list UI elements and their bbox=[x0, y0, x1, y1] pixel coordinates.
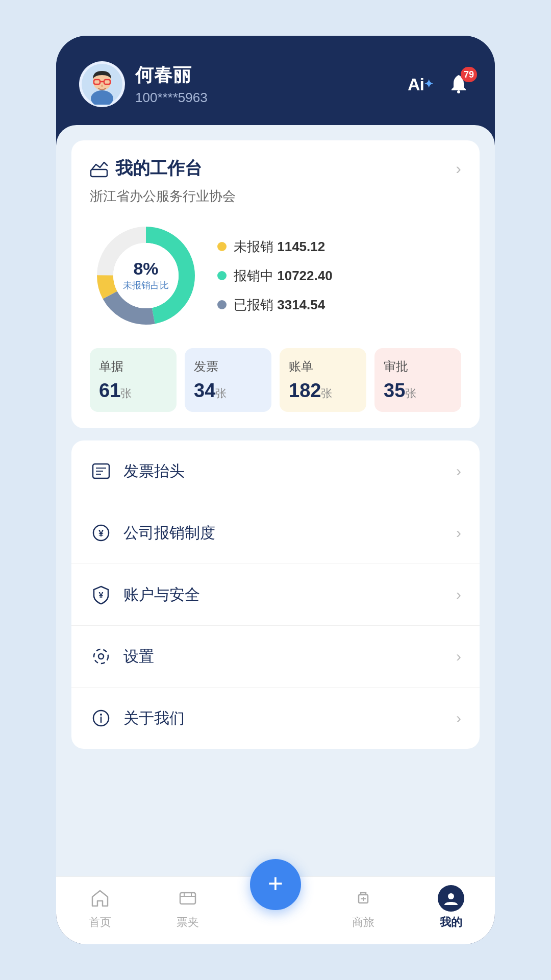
bottom-nav: 首页 票夹 bbox=[56, 876, 495, 944]
home-icon bbox=[87, 885, 113, 912]
legend-dot-gray bbox=[217, 300, 227, 309]
stat-card-approvals[interactable]: 审批 35张 bbox=[374, 348, 461, 412]
settings-chevron-icon: › bbox=[456, 648, 461, 665]
stat-value-orders: 61张 bbox=[99, 380, 167, 402]
ai-button[interactable]: Ai✦ bbox=[408, 75, 433, 94]
policy-icon: ¥ bbox=[90, 522, 112, 544]
svg-point-22 bbox=[94, 649, 108, 664]
header: 何春丽 100****5963 Ai✦ 79 bbox=[56, 36, 495, 125]
header-right: Ai✦ 79 bbox=[408, 71, 472, 97]
legend-item-unreimbursed: 未报销 1145.12 bbox=[217, 238, 333, 256]
menu-text-policy: 公司报销制度 bbox=[123, 523, 215, 544]
workbench-chevron[interactable]: › bbox=[456, 159, 461, 178]
menu-text-security: 账户与安全 bbox=[123, 584, 200, 605]
user-id: 100****5963 bbox=[135, 90, 208, 106]
menu-item-account-security[interactable]: ¥ 账户与安全 › bbox=[71, 564, 480, 626]
user-name: 何春丽 bbox=[135, 63, 208, 88]
stat-card-invoices[interactable]: 发票 34张 bbox=[185, 348, 271, 412]
notification-bell[interactable]: 79 bbox=[445, 71, 472, 97]
nav-item-tickets[interactable]: 票夹 bbox=[144, 885, 232, 930]
menu-text-settings: 设置 bbox=[123, 646, 154, 667]
nav-item-mine[interactable]: 我的 bbox=[407, 885, 495, 930]
chart-area: 8% 未报销占比 未报销 1145.12 报销中 10722.40 bbox=[90, 219, 461, 332]
legend-item-reimbursing: 报销中 10722.40 bbox=[217, 267, 333, 285]
workbench-card: 我的工作台 › 浙江省办公服务行业协会 bbox=[71, 140, 480, 428]
svg-point-7 bbox=[457, 90, 460, 93]
about-icon bbox=[90, 707, 112, 729]
settings-icon bbox=[90, 645, 112, 668]
donut-chart: 8% 未报销占比 bbox=[90, 219, 202, 332]
nav-item-home[interactable]: 首页 bbox=[56, 885, 144, 930]
svg-text:¥: ¥ bbox=[98, 528, 104, 538]
travel-icon bbox=[350, 885, 377, 912]
security-icon: ¥ bbox=[90, 583, 112, 606]
main-content: 我的工作台 › 浙江省办公服务行业协会 bbox=[56, 125, 495, 876]
menu-text-invoice: 发票抬头 bbox=[123, 461, 185, 482]
menu-item-expense-policy[interactable]: ¥ 公司报销制度 › bbox=[71, 502, 480, 564]
avatar[interactable] bbox=[79, 61, 125, 107]
user-info: 何春丽 100****5963 bbox=[135, 63, 208, 106]
stat-label-bills: 账单 bbox=[289, 358, 357, 375]
policy-chevron-icon: › bbox=[456, 524, 461, 542]
svg-text:¥: ¥ bbox=[99, 591, 104, 600]
stat-value-bills: 182张 bbox=[289, 380, 357, 402]
svg-rect-26 bbox=[180, 893, 195, 904]
svg-rect-8 bbox=[91, 169, 107, 177]
stat-label-orders: 单据 bbox=[99, 358, 167, 375]
company-name: 浙江省办公服务行业协会 bbox=[90, 187, 461, 205]
bottom-spacer bbox=[71, 761, 480, 802]
donut-percentage: 8% bbox=[123, 260, 169, 277]
donut-center: 8% 未报销占比 bbox=[123, 260, 169, 291]
phone-frame: 何春丽 100****5963 Ai✦ 79 bbox=[56, 36, 495, 944]
notification-badge: 79 bbox=[461, 67, 477, 82]
stat-label-invoices: 发票 bbox=[194, 358, 262, 375]
fab-plus-icon: + bbox=[268, 870, 283, 897]
tickets-icon bbox=[174, 885, 201, 912]
card-title: 我的工作台 bbox=[90, 157, 202, 180]
stat-value-approvals: 35张 bbox=[384, 380, 452, 402]
ai-star-icon: ✦ bbox=[424, 78, 433, 91]
mine-avatar bbox=[438, 885, 464, 912]
svg-point-6 bbox=[101, 85, 103, 87]
invoice-chevron-icon: › bbox=[456, 462, 461, 480]
menu-section: 发票抬头 › ¥ 公司报销制度 › bbox=[71, 440, 480, 749]
menu-left-policy: ¥ 公司报销制度 bbox=[90, 522, 215, 544]
nav-label-home: 首页 bbox=[89, 915, 111, 930]
card-header: 我的工作台 › bbox=[90, 157, 461, 180]
menu-left-settings: 设置 bbox=[90, 645, 154, 668]
menu-left-about: 关于我们 bbox=[90, 707, 185, 729]
about-chevron-icon: › bbox=[456, 709, 461, 727]
menu-item-invoice-header[interactable]: 发票抬头 › bbox=[71, 440, 480, 502]
nav-label-tickets: 票夹 bbox=[177, 915, 199, 930]
donut-label: 未报销占比 bbox=[123, 279, 169, 291]
stat-value-invoices: 34张 bbox=[194, 380, 262, 402]
menu-item-about[interactable]: 关于我们 › bbox=[71, 688, 480, 749]
menu-item-settings[interactable]: 设置 › bbox=[71, 626, 480, 688]
header-left: 何春丽 100****5963 bbox=[79, 61, 208, 107]
svg-point-21 bbox=[98, 654, 104, 659]
invoice-icon bbox=[90, 460, 112, 482]
stat-label-approvals: 审批 bbox=[384, 358, 452, 375]
svg-point-25 bbox=[100, 714, 102, 716]
menu-left-invoice: 发票抬头 bbox=[90, 460, 185, 482]
nav-label-travel: 商旅 bbox=[352, 915, 374, 930]
nav-item-travel[interactable]: 商旅 bbox=[319, 885, 407, 930]
stat-card-orders[interactable]: 单据 61张 bbox=[90, 348, 177, 412]
svg-point-33 bbox=[448, 893, 454, 899]
nav-label-mine: 我的 bbox=[440, 915, 462, 930]
fab-add-button[interactable]: + bbox=[250, 859, 301, 910]
menu-left-security: ¥ 账户与安全 bbox=[90, 583, 200, 606]
ai-label: Ai bbox=[408, 75, 424, 94]
stat-card-bills[interactable]: 账单 182张 bbox=[280, 348, 366, 412]
security-chevron-icon: › bbox=[456, 586, 461, 603]
legend-dot-yellow bbox=[217, 242, 227, 251]
legend-item-reimbursed: 已报销 3314.54 bbox=[217, 296, 333, 314]
workbench-icon bbox=[90, 159, 108, 178]
mine-icon bbox=[438, 885, 464, 912]
legend: 未报销 1145.12 报销中 10722.40 已报销 3314.54 bbox=[217, 238, 333, 314]
legend-dot-green bbox=[217, 271, 227, 280]
menu-text-about: 关于我们 bbox=[123, 708, 185, 729]
stats-row: 单据 61张 发票 34张 账单 182张 审批 35张 bbox=[90, 348, 461, 412]
